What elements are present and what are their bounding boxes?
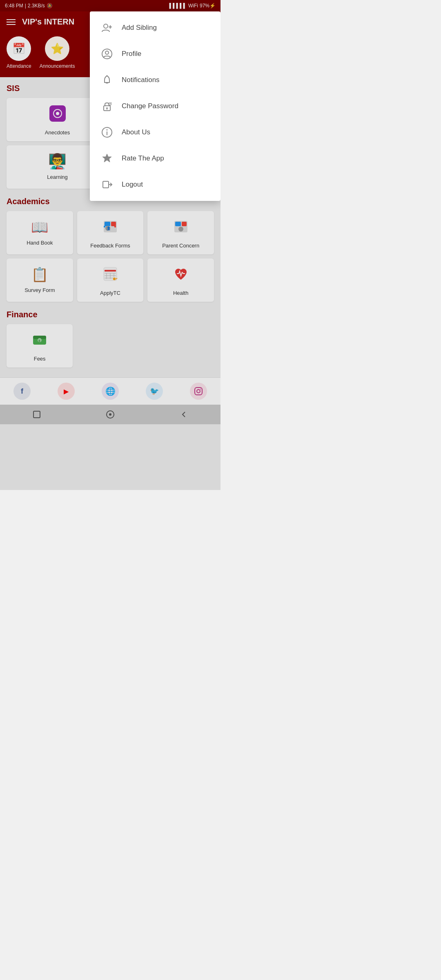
dropdown-item-logout[interactable]: Logout [90, 172, 220, 198]
svg-point-47 [105, 51, 109, 54]
about-us-label: About Us [122, 128, 150, 136]
dropdown-item-rate-the-app[interactable]: Rate The App [90, 145, 220, 172]
svg-line-53 [111, 102, 111, 103]
add-person-icon [100, 20, 114, 35]
change-password-label: Change Password [122, 102, 178, 110]
dropdown-item-add-sibling[interactable]: Add Sibling [90, 15, 220, 41]
profile-label: Profile [122, 50, 141, 58]
info-circle-icon [100, 125, 114, 140]
bell-icon [100, 73, 114, 87]
svg-marker-57 [102, 154, 111, 162]
add-sibling-label: Add Sibling [122, 24, 157, 32]
dropdown-item-profile[interactable]: Profile [90, 41, 220, 67]
svg-point-56 [107, 129, 108, 131]
star-icon [100, 151, 114, 166]
dropdown-item-notifications[interactable]: Notifications [90, 67, 220, 93]
lock-icon [100, 99, 114, 114]
notifications-label: Notifications [122, 76, 160, 84]
svg-rect-58 [103, 181, 109, 188]
dropdown-item-about-us[interactable]: About Us [90, 119, 220, 145]
rate-the-app-label: Rate The App [122, 154, 164, 163]
dropdown-item-change-password[interactable]: Change Password [90, 93, 220, 119]
dropdown-menu: Add Sibling Profile Notifications [90, 11, 220, 201]
logout-label: Logout [122, 180, 143, 189]
svg-point-50 [106, 107, 108, 109]
person-circle-icon [100, 47, 114, 61]
svg-point-43 [104, 24, 108, 28]
logout-icon [100, 177, 114, 192]
